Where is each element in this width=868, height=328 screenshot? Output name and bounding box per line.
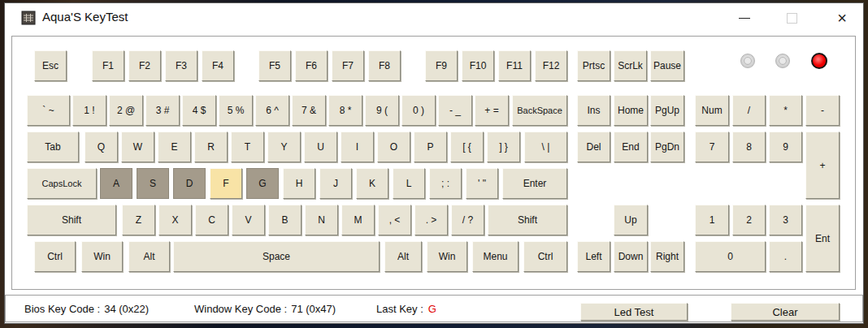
key-f1[interactable]: F1 (92, 50, 124, 81)
key-u[interactable]: U (304, 132, 337, 162)
key-8[interactable]: 8 * (328, 95, 362, 126)
key-4[interactable]: 4 $ (182, 95, 216, 126)
key-numlock[interactable]: Num (695, 95, 729, 126)
key-f7[interactable]: F7 (332, 50, 364, 81)
key-rwin[interactable]: Win (427, 241, 467, 272)
key-5[interactable]: 5 % (219, 95, 253, 126)
clear-button[interactable]: Clear (731, 303, 840, 321)
key-tab[interactable]: Tab (27, 132, 79, 162)
key-np-multiply[interactable]: * (769, 95, 802, 126)
key-f5[interactable]: F5 (258, 50, 291, 81)
key-t[interactable]: T (231, 132, 264, 162)
key-scrlk[interactable]: ScrLk (614, 50, 647, 81)
key-1[interactable]: 1 ! (72, 95, 106, 126)
key-n[interactable]: N (305, 205, 338, 235)
key-period[interactable]: . > (414, 205, 448, 235)
key-ralt[interactable]: Alt (384, 241, 422, 272)
key-f10[interactable]: F10 (462, 50, 494, 81)
key-esc[interactable]: Esc (34, 50, 67, 81)
key-f2[interactable]: F2 (128, 50, 161, 81)
key-f6[interactable]: F6 (295, 50, 328, 81)
led-test-button[interactable]: Led Test (580, 303, 688, 321)
key-f9[interactable]: F9 (425, 50, 458, 81)
key-9[interactable]: 9 ( (365, 95, 399, 126)
key-menu[interactable]: Menu (472, 241, 519, 272)
key-np7[interactable]: 7 (695, 132, 729, 162)
key-np-dot[interactable]: . (769, 241, 802, 272)
key-f12[interactable]: F12 (535, 50, 567, 81)
key-lwin[interactable]: Win (81, 241, 123, 272)
key-i[interactable]: I (341, 132, 374, 162)
key-enter[interactable]: Enter (502, 168, 567, 199)
key-0[interactable]: 0 ) (401, 95, 436, 126)
key-pause[interactable]: Pause (650, 50, 684, 81)
key-backslash[interactable]: \ | (524, 132, 567, 162)
key-m[interactable]: M (341, 205, 375, 235)
key-np9[interactable]: 9 (769, 132, 802, 162)
key-f4[interactable]: F4 (202, 50, 234, 81)
key-f[interactable]: F (210, 168, 242, 199)
key-s[interactable]: S (137, 168, 169, 199)
key-l[interactable]: L (393, 168, 425, 199)
key-p[interactable]: P (414, 132, 447, 162)
key-h[interactable]: H (283, 168, 315, 199)
key-a[interactable]: A (100, 168, 132, 199)
key-ins[interactable]: Ins (577, 95, 610, 126)
key-z[interactable]: Z (122, 205, 155, 235)
key-2[interactable]: 2 @ (109, 95, 143, 126)
key-pgdn[interactable]: PgDn (650, 132, 684, 162)
key-space[interactable]: Space (173, 241, 380, 272)
key-y[interactable]: Y (267, 132, 301, 162)
key-np0[interactable]: 0 (695, 241, 766, 272)
key-rctrl[interactable]: Ctrl (523, 241, 567, 272)
key-rshift[interactable]: Shift (488, 205, 567, 235)
key-prtsc[interactable]: Prtsc (577, 50, 610, 81)
key-down[interactable]: Down (614, 241, 648, 272)
key-del[interactable]: Del (577, 132, 610, 162)
key-capslock[interactable]: CapsLock (27, 168, 97, 199)
key-np3[interactable]: 3 (769, 205, 802, 235)
key-np1[interactable]: 1 (695, 205, 729, 235)
key-w[interactable]: W (121, 132, 154, 162)
key-np-divide[interactable]: / (732, 95, 766, 126)
key-x[interactable]: X (158, 205, 192, 235)
key-lctrl[interactable]: Ctrl (34, 241, 76, 272)
key-6[interactable]: 6 ^ (255, 95, 289, 126)
key-b[interactable]: B (268, 205, 302, 235)
key-minus[interactable]: - _ (438, 95, 472, 126)
key-left[interactable]: Left (577, 241, 610, 272)
key-np-minus[interactable]: - (805, 95, 840, 126)
key-k[interactable]: K (356, 168, 388, 199)
key-f11[interactable]: F11 (498, 50, 531, 81)
key-np2[interactable]: 2 (732, 205, 766, 235)
key-backtick[interactable]: ` ~ (27, 95, 70, 126)
key-g[interactable]: G (246, 168, 279, 199)
key-np-plus[interactable]: + (805, 132, 840, 199)
key-r[interactable]: R (194, 132, 228, 162)
key-semicolon[interactable]: ; : (429, 168, 462, 199)
key-lshift[interactable]: Shift (27, 205, 116, 235)
key-c[interactable]: C (195, 205, 228, 235)
key-home[interactable]: Home (614, 95, 648, 126)
key-lalt[interactable]: Alt (128, 241, 170, 272)
key-v[interactable]: V (232, 205, 265, 235)
close-button[interactable]: × (824, 3, 860, 32)
maximize-button[interactable] (775, 3, 808, 32)
key-o[interactable]: O (377, 132, 410, 162)
key-lbracket[interactable]: [ { (450, 132, 484, 162)
key-q[interactable]: Q (85, 132, 118, 162)
key-f3[interactable]: F3 (165, 50, 197, 81)
key-backspace[interactable]: BackSpace (512, 95, 567, 126)
minimize-button[interactable] (728, 3, 761, 32)
key-3[interactable]: 3 # (145, 95, 180, 126)
key-pgup[interactable]: PgUp (650, 95, 684, 126)
key-quote[interactable]: ' " (466, 168, 498, 199)
key-comma[interactable]: , < (378, 205, 411, 235)
key-equals[interactable]: + = (475, 95, 509, 126)
key-e[interactable]: E (158, 132, 191, 162)
key-up[interactable]: Up (614, 205, 648, 235)
key-slash[interactable]: / ? (451, 205, 484, 235)
key-j[interactable]: J (319, 168, 352, 199)
key-np-enter[interactable]: Ent (805, 205, 840, 272)
key-end[interactable]: End (614, 132, 648, 162)
